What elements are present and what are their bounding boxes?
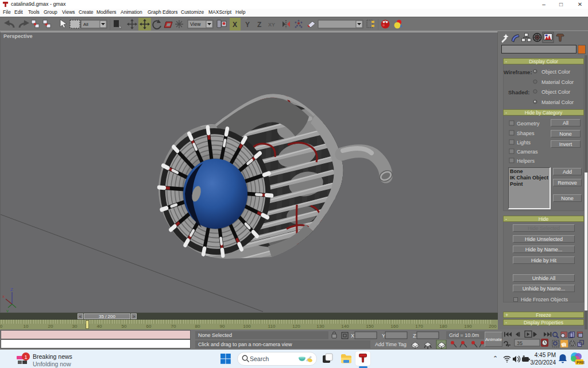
svg-text:Z: Z: [10, 287, 13, 292]
svg-text:Cameras: Cameras: [517, 149, 538, 155]
svg-text:Object Color: Object Color: [541, 69, 570, 75]
svg-text:Lights: Lights: [517, 140, 531, 145]
svg-text:XY: XY: [268, 22, 275, 28]
svg-text:All: All: [83, 22, 88, 27]
svg-text:Z: Z: [257, 21, 261, 29]
svg-text:y: y: [6, 308, 9, 312]
svg-text:Object Color: Object Color: [541, 89, 570, 95]
svg-text:Material Color: Material Color: [541, 99, 574, 105]
svg-text:x: x: [2, 294, 5, 299]
svg-text:Shapes: Shapes: [517, 131, 535, 136]
svg-text:Material Color: Material Color: [541, 79, 574, 85]
svg-text:Geometry: Geometry: [517, 121, 540, 126]
svg-text:X: X: [233, 21, 237, 29]
svg-text:Helpers: Helpers: [517, 158, 535, 164]
svg-text:Y: Y: [245, 21, 250, 29]
svg-text:35: 35: [517, 340, 523, 346]
svg-text:PRE: PRE: [577, 361, 585, 365]
svg-text:1: 1: [25, 354, 28, 360]
svg-text:View: View: [190, 21, 201, 27]
